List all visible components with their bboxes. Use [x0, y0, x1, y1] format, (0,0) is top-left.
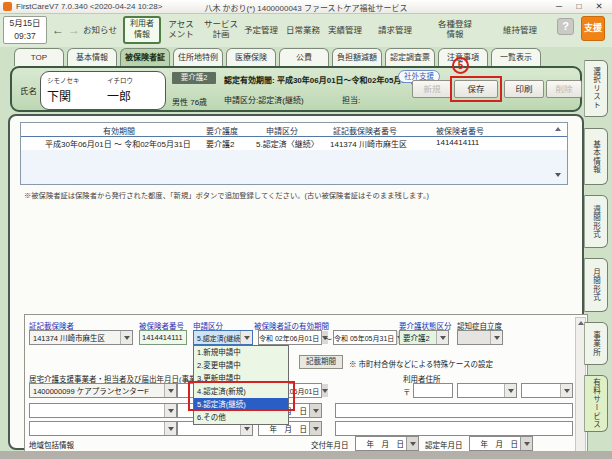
- tab-iryou-hoken[interactable]: 医療保険: [226, 48, 276, 66]
- dropdown-arrow-icon: [504, 384, 516, 397]
- insurer-select[interactable]: 141374 川崎市麻生区: [29, 330, 133, 345]
- dropdown-option[interactable]: 6.その他: [194, 411, 288, 424]
- dropdown-arrow-icon: [520, 437, 532, 450]
- cert-history-table: 有効期間 要介護度 申請区分 証記載保険者番号 被保険者番号 平成30年06月0…: [20, 122, 568, 185]
- dropdown-arrow-icon: [309, 422, 321, 435]
- side-tab-gekkan-keishiki[interactable]: 月間形式: [584, 258, 608, 312]
- side-tab-yuuryou-service[interactable]: 有料サービス: [584, 375, 608, 432]
- kana-last-name: シモノセキ: [47, 75, 80, 85]
- annotation-circle-5: 5: [452, 57, 469, 74]
- maximize-icon[interactable]: □: [572, 1, 586, 11]
- current-time: 09:37: [4, 30, 46, 43]
- nav-item-seikyu-kanri[interactable]: 請求管理: [373, 25, 417, 35]
- kisai-kikan-button[interactable]: 記載期間: [299, 355, 343, 369]
- back-arrow-icon[interactable]: ←: [52, 23, 64, 37]
- address-pref-select[interactable]: [457, 383, 517, 398]
- dropdown-arrow-icon: [436, 331, 448, 344]
- close-icon[interactable]: ✕: [592, 1, 606, 11]
- tab-nintei-chousahyou[interactable]: 認定調査票: [385, 48, 435, 66]
- side-tab-shukan-keishiki[interactable]: 週間形式: [584, 195, 608, 248]
- staff-label: 担当:: [342, 94, 360, 105]
- dementia-select[interactable]: [457, 330, 503, 345]
- patient-header-panel: 氏名 シモノセキ イチロウ 下関 一郎 要介護2 男性 76歳 認定有効期間: …: [10, 66, 582, 112]
- dropdown-option[interactable]: 2.変更申請中: [194, 359, 288, 372]
- col-header-number: 被保険者番号: [436, 125, 484, 136]
- hihokenshasho-note: ※被保険者証は保険者から発行された都度、「新規」ボタンで追加登録してください。(…: [24, 190, 429, 200]
- dropdown-arrow-icon: [164, 422, 176, 435]
- address-city-select[interactable]: [521, 383, 573, 398]
- patient-name-box: シモノセキ イチロウ 下関 一郎: [40, 71, 166, 110]
- new-button[interactable]: 新規: [412, 80, 452, 98]
- col-header-insurer: 証記載保険者番号: [333, 125, 397, 136]
- help-icon[interactable]: ?: [557, 18, 574, 35]
- nav-item-jisseki-kanri[interactable]: 実績管理: [323, 25, 367, 35]
- side-tab-jigyousho[interactable]: 事業所: [584, 322, 608, 365]
- application-kubun-select[interactable]: 5.認定済(継続): [193, 330, 253, 345]
- cert-period: 認定有効期間: 平成30年06月01日～令和02年05月31日: [224, 74, 418, 85]
- col-header-period: 有効期間: [103, 125, 135, 136]
- table-body-background: [21, 150, 567, 184]
- support-button[interactable]: 支援: [581, 16, 605, 41]
- date-time-box: 5月15日 09:37: [3, 16, 47, 44]
- tab-ichiran-hyouji[interactable]: 一覧表示: [491, 48, 541, 66]
- col-header-level: 要介護度: [206, 125, 238, 136]
- period-from-date[interactable]: 令和 02年06月01日: [258, 330, 322, 345]
- main-panel: 有効期間 要介護度 申請区分 証記載保険者番号 被保険者番号 平成30年06月0…: [8, 114, 584, 450]
- kofu-date-label: 交付年月日: [311, 439, 349, 450]
- nav-item-riyousha-johou[interactable]: 利用者 情報: [123, 16, 161, 44]
- chiiki-houkatsu-label: 地域包括情報: [29, 439, 74, 450]
- minimize-icon[interactable]: ─: [552, 1, 566, 11]
- insured-number-input[interactable]: 1414414111: [139, 330, 187, 345]
- insurance-form: 証記載保険者 被保険者番号 申請区分 被保険者証の有効期間 要介護状態区分 認知…: [24, 314, 588, 459]
- nintei-date-label: 認定年月日: [425, 439, 463, 450]
- nav-item-iji-kanri[interactable]: 維持管理: [498, 25, 542, 35]
- dropdown-arrow-icon: [120, 331, 132, 344]
- kyotaku-office-select-2[interactable]: [29, 403, 177, 418]
- care-level-select[interactable]: 要介護2: [399, 330, 449, 345]
- side-tab-sentaku-list[interactable]: 選択リスト: [584, 60, 608, 117]
- period-to-date[interactable]: 令和 05年05月31日: [333, 330, 397, 345]
- tab-kihon-johou[interactable]: 基本情報: [67, 48, 117, 66]
- nav-item-kakushu-touroku[interactable]: 各種登録情報: [433, 19, 477, 39]
- nav-item-oshirase[interactable]: お知らせ: [78, 25, 122, 35]
- first-name: 一郎: [107, 87, 131, 104]
- dropdown-arrow-icon: [321, 384, 328, 397]
- care-level-badge: 要介護2: [172, 72, 216, 84]
- nav-item-nichijo-gyomu[interactable]: 日常業務: [281, 25, 325, 35]
- delete-button[interactable]: 削除: [546, 80, 582, 98]
- address-line-input-2[interactable]: [335, 421, 573, 436]
- nav-item-yotei-kanri[interactable]: 予定管理: [239, 25, 283, 35]
- last-name: 下関: [47, 87, 71, 104]
- nav-item-assessment[interactable]: アセスメント: [159, 19, 203, 39]
- kyotaku-office-select-3[interactable]: [29, 421, 177, 436]
- title-bar: FirstCareV7 7.0.340 <2020-04-24 10:28> 八…: [0, 0, 612, 14]
- scroll-up-icon[interactable]: [555, 127, 561, 131]
- postal-mark: 〒: [403, 386, 411, 397]
- tab-top[interactable]: TOP: [14, 48, 64, 66]
- print-button[interactable]: 印刷: [504, 80, 544, 98]
- kisai-note: ※ 市町村合併などによる特殊ケースの設定: [349, 358, 493, 369]
- dropdown-arrow-icon: [240, 331, 252, 344]
- application-kubun: 申請区分:認定済(継続): [224, 94, 304, 105]
- current-date: 5月15日: [4, 17, 46, 30]
- dropdown-arrow-icon: [490, 331, 502, 344]
- kana-first-name: イチロウ: [107, 75, 133, 85]
- tab-hihokenshasho[interactable]: 被保険者証: [120, 48, 170, 66]
- nintei-date[interactable]: 年 月 日: [469, 436, 533, 451]
- dropdown-option[interactable]: 1.新規申請中: [194, 346, 288, 359]
- tab-futangaku-gengaku[interactable]: 負担額減額: [332, 48, 382, 66]
- postal-code-input[interactable]: [413, 383, 453, 398]
- tab-kouhi[interactable]: 公費: [279, 48, 329, 66]
- name-label: 氏名: [20, 84, 37, 96]
- dropdown-arrow-icon: [164, 404, 176, 417]
- table-header-divider: [21, 136, 567, 137]
- address-line-input[interactable]: [335, 403, 573, 418]
- kyotaku-office-select[interactable]: 1400000099 ケアプランセンターF: [29, 383, 177, 398]
- tab-jushochi-tokurei[interactable]: 住所地特例: [173, 48, 223, 66]
- dropdown-arrow-icon: [406, 437, 418, 450]
- kofu-date[interactable]: 年 月 日: [355, 436, 419, 451]
- save-highlight-rect: [450, 76, 502, 102]
- side-tab-kihon-johou[interactable]: 基本情報: [584, 128, 608, 185]
- scroll-down-icon[interactable]: [555, 173, 561, 177]
- nav-item-service-keikaku[interactable]: サービス計画: [199, 19, 243, 39]
